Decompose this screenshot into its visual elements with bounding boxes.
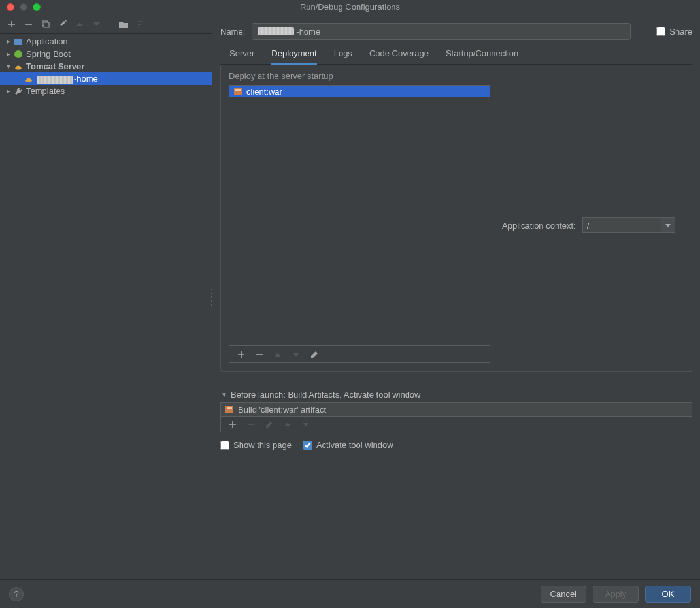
- show-this-page-input[interactable]: [220, 441, 229, 450]
- before-launch-section: ▼ Before launch: Build Artifacts, Activa…: [220, 390, 692, 432]
- redacted-text: [258, 27, 294, 35]
- svg-point-3: [14, 50, 22, 58]
- app-context-label: Application context:: [502, 221, 576, 231]
- task-label: Build 'client:war' artifact: [238, 405, 326, 415]
- sort-icon: [135, 19, 146, 29]
- show-this-page-label: Show this page: [233, 440, 292, 450]
- svg-rect-4: [234, 88, 242, 95]
- edit-icon: [264, 419, 275, 430]
- svg-rect-1: [44, 22, 49, 27]
- tree-label: Templates: [26, 86, 65, 96]
- tab-startup-connection[interactable]: Startup/Connection: [446, 48, 518, 64]
- configuration-form: Name: -home Share Server Deployment Logs…: [212, 14, 700, 579]
- svg-rect-7: [227, 407, 232, 409]
- before-launch-title: Before launch: Build Artifacts, Activate…: [231, 390, 421, 400]
- name-input[interactable]: -home: [252, 23, 631, 40]
- settings-icon[interactable]: [58, 19, 68, 29]
- tree-item-templates[interactable]: ► Templates: [0, 85, 212, 97]
- zoom-icon[interactable]: [33, 3, 41, 11]
- tab-code-coverage[interactable]: Code Coverage: [369, 48, 429, 64]
- move-up-icon: [273, 349, 283, 360]
- tree-label: -home: [37, 74, 98, 84]
- cancel-button[interactable]: Cancel: [541, 586, 586, 603]
- artifact-icon: [225, 405, 234, 414]
- tree-label: Tomcat Server: [26, 61, 84, 71]
- application-context-row: Application context:: [502, 88, 675, 363]
- before-launch-header[interactable]: ▼ Before launch: Build Artifacts, Activa…: [220, 390, 692, 400]
- tab-logs[interactable]: Logs: [334, 48, 352, 64]
- application-icon: [13, 37, 24, 47]
- name-label: Name:: [220, 27, 245, 37]
- before-launch-list[interactable]: Build 'client:war' artifact: [220, 402, 692, 417]
- before-launch-toolbar: [220, 417, 692, 432]
- svg-rect-2: [14, 39, 22, 45]
- artifact-list-wrap: client:war: [229, 85, 490, 363]
- minimize-icon: [20, 3, 27, 11]
- add-icon[interactable]: [227, 419, 238, 430]
- share-checkbox[interactable]: [656, 27, 665, 36]
- move-down-icon: [301, 419, 311, 430]
- help-button[interactable]: ?: [9, 587, 24, 601]
- move-up-icon: [75, 19, 85, 29]
- wrench-icon: [13, 86, 24, 97]
- show-this-page-checkbox[interactable]: Show this page: [220, 440, 292, 450]
- add-icon[interactable]: [236, 349, 246, 360]
- artifact-item[interactable]: client:war: [229, 86, 490, 97]
- activate-tool-window-input[interactable]: [303, 441, 312, 450]
- deploy-caption: Deploy at the server startup: [229, 71, 684, 81]
- tomcat-icon: [24, 74, 34, 84]
- tab-server[interactable]: Server: [229, 48, 254, 64]
- remove-icon[interactable]: [254, 349, 265, 360]
- share-label: Share: [669, 27, 692, 37]
- activate-tool-window-label: Activate tool window: [316, 440, 393, 450]
- svg-rect-6: [225, 406, 233, 413]
- artifact-toolbar: [229, 346, 490, 363]
- dialog-footer: ? Cancel Apply OK: [0, 579, 700, 608]
- activate-tool-window-checkbox[interactable]: Activate tool window: [303, 440, 393, 450]
- remove-icon[interactable]: [24, 19, 34, 29]
- titlebar: Run/Debug Configurations: [0, 0, 700, 14]
- list-item[interactable]: Build 'client:war' artifact: [221, 403, 692, 416]
- svg-rect-5: [235, 89, 241, 91]
- deploy-body: client:war Application context:: [229, 85, 684, 363]
- sidebar-toolbar: [0, 14, 212, 34]
- tree-label: Application: [26, 37, 68, 46]
- redacted-text: [37, 76, 73, 84]
- close-icon[interactable]: [7, 3, 14, 11]
- chevron-right-icon: ►: [4, 50, 13, 57]
- app-context-dropdown[interactable]: [661, 217, 675, 233]
- spring-icon: [13, 49, 24, 59]
- tree-label: Spring Boot: [26, 49, 71, 59]
- chevron-down-icon: ▼: [4, 63, 13, 70]
- tree-item-tomcat-server[interactable]: ▼ Tomcat Server: [0, 60, 212, 72]
- tab-bar: Server Deployment Logs Code Coverage Sta…: [220, 44, 692, 65]
- configurations-sidebar: ► Application ► Spring Boot ▼ Tomcat Ser…: [0, 14, 212, 579]
- window-controls: [7, 3, 41, 11]
- tab-deployment[interactable]: Deployment: [271, 48, 316, 65]
- share-checkbox-wrap: Share: [656, 27, 692, 37]
- edit-icon[interactable]: [309, 349, 320, 360]
- apply-button: Apply: [593, 586, 639, 603]
- tree-item-tomcat-home[interactable]: -home: [0, 72, 212, 85]
- ok-button[interactable]: OK: [645, 586, 691, 603]
- separator: [110, 18, 110, 30]
- tree-item-application[interactable]: ► Application: [0, 35, 212, 48]
- add-icon[interactable]: [7, 19, 17, 29]
- chevron-right-icon: ►: [4, 38, 13, 45]
- window-title: Run/Debug Configurations: [0, 2, 700, 12]
- tree-item-spring-boot[interactable]: ► Spring Boot: [0, 48, 212, 60]
- splitter-handle[interactable]: [210, 287, 214, 307]
- artifact-icon: [233, 87, 242, 96]
- main-area: ► Application ► Spring Boot ▼ Tomcat Ser…: [0, 14, 700, 579]
- copy-icon[interactable]: [41, 19, 51, 29]
- move-up-icon: [282, 419, 293, 430]
- name-row: Name: -home Share: [220, 14, 692, 44]
- chevron-down-icon: ▼: [220, 391, 228, 398]
- artifact-list[interactable]: client:war: [229, 85, 490, 346]
- configurations-tree[interactable]: ► Application ► Spring Boot ▼ Tomcat Ser…: [0, 34, 212, 579]
- tomcat-icon: [13, 61, 24, 72]
- folder-icon[interactable]: [118, 19, 129, 29]
- move-down-icon: [92, 19, 102, 29]
- app-context-input[interactable]: [582, 217, 661, 233]
- deployment-panel: Deploy at the server startup client:war: [220, 65, 692, 372]
